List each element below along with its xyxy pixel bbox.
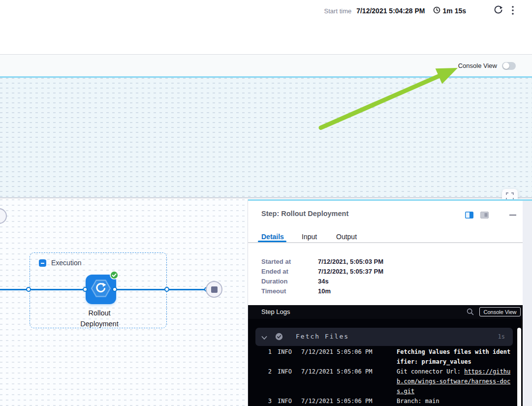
log-message: Fetching Values files with identifier: p… (397, 347, 512, 367)
log-group-name: Fetch Files (296, 333, 349, 340)
collapse-minus-icon (41, 263, 44, 264)
detail-label: Timeout (261, 287, 318, 295)
chevron-down-icon (261, 334, 267, 342)
log-line-3: 3 INFO 7/12/2021 5:05:06 PM Branch: main (266, 396, 512, 406)
panel-top-accent (248, 199, 532, 201)
success-check-icon (275, 333, 283, 342)
duration-clock: 1m 15s (433, 6, 466, 16)
step-logs-body: Fetch Files 1s 1 INFO 7/12/2021 5:05:06 … (248, 319, 532, 406)
log-line-number: 3 (266, 396, 272, 406)
log-message: Branch: main (397, 396, 512, 406)
logs-search-button[interactable] (467, 308, 474, 317)
start-time-label: Start time (324, 7, 352, 15)
panel-layout-controls (465, 212, 489, 220)
log-timestamp: 7/12/2021 5:05:06 PM (301, 367, 391, 396)
minimize-icon (509, 215, 516, 216)
stop-square-icon (211, 286, 218, 293)
connector-port (112, 287, 117, 292)
log-message: Git connector Url: https://github.com/wi… (397, 367, 512, 396)
log-group-fetch-files[interactable]: Fetch Files 1s (255, 328, 513, 346)
start-time-value: 7/12/2021 5:04:28 PM (356, 7, 425, 15)
view-toolbar: Console View (0, 54, 532, 76)
log-level: INFO (278, 396, 295, 406)
clock-icon (433, 6, 440, 16)
step-logs-header: Step Logs Console View (248, 305, 532, 319)
log-timestamp: 7/12/2021 5:05:06 PM (301, 396, 391, 406)
console-view-label: Console View (458, 62, 497, 69)
execution-meta: Start time 7/12/2021 5:04:28 PM 1m 15s (324, 5, 514, 17)
log-group-duration: 1s (498, 333, 505, 340)
split-view-icon (465, 212, 473, 220)
console-view-toggle[interactable] (502, 62, 516, 70)
refresh-button[interactable] (494, 5, 503, 16)
connector-port (83, 287, 88, 292)
detail-value: 10m (318, 287, 331, 295)
log-line-number: 1 (266, 347, 272, 367)
execution-graph-canvas[interactable]: Execution Rollout Deployment (0, 199, 248, 406)
collapse-execution-button[interactable] (39, 259, 46, 267)
step-details-list: Started at 7/12/2021, 5:05:03 PM Ended a… (261, 256, 383, 296)
step-details-panel: Step: Rollout Deployment Details Input O… (248, 199, 532, 406)
elapsed-time: 1m 15s (443, 7, 466, 15)
log-line-1: 1 INFO 7/12/2021 5:05:06 PM Fetching Val… (266, 347, 512, 367)
node-label: Rollout Deployment (60, 308, 139, 329)
log-line-number: 2 (266, 367, 272, 396)
previous-node-partial (0, 208, 7, 224)
log-line-2: 2 INFO 7/12/2021 5:05:06 PM Git connecto… (266, 367, 512, 396)
more-options-button[interactable] (512, 6, 514, 16)
log-level: INFO (278, 367, 295, 396)
tabs-divider (248, 242, 532, 243)
connector-port (164, 287, 169, 292)
step-panel-title: Step: Rollout Deployment (261, 210, 348, 218)
detail-label: Ended at (261, 268, 318, 275)
detail-label: Started at (261, 258, 318, 265)
rollout-step-icon (91, 278, 111, 301)
refresh-icon (494, 5, 503, 16)
log-timestamp: 7/12/2021 5:05:06 PM (301, 347, 391, 367)
minimize-panel-button[interactable] (509, 212, 517, 219)
logs-scrollbar[interactable] (517, 328, 521, 406)
detail-row-ended-at: Ended at 7/12/2021, 5:05:37 PM (261, 266, 383, 276)
node-label-line2: Deployment (60, 318, 139, 329)
detail-value: 7/12/2021, 5:05:37 PM (318, 268, 383, 275)
pipeline-end-node (206, 281, 222, 298)
logs-console-view-button[interactable]: Console View (479, 307, 521, 316)
execution-group-label: Execution (51, 259, 81, 267)
detail-value: 7/12/2021, 5:05:03 PM (318, 258, 383, 265)
pipeline-stages-canvas[interactable]: + − (0, 78, 532, 198)
log-level: INFO (278, 347, 295, 367)
tab-output[interactable]: Output (336, 233, 357, 241)
kebab-menu-icon (512, 6, 514, 16)
connector-port (26, 287, 31, 292)
toggle-knob (503, 62, 509, 69)
log-message-prefix: Git connector Url: (397, 368, 464, 375)
detail-row-timeout: Timeout 10m (261, 286, 383, 296)
detail-value: 34s (318, 278, 329, 285)
node-label-line1: Rollout (60, 308, 139, 318)
tab-input[interactable]: Input (302, 233, 317, 241)
panel-scroll-gutter[interactable] (523, 201, 532, 406)
split-view-button[interactable] (465, 212, 473, 220)
console-view-control: Console View (458, 55, 516, 77)
detail-row-started-at: Started at 7/12/2021, 5:05:03 PM (261, 256, 383, 266)
detail-label: Duration (261, 278, 318, 285)
panel-view-icon (480, 212, 489, 220)
tab-details[interactable]: Details (261, 233, 284, 241)
panel-view-button[interactable] (480, 212, 489, 220)
execution-header: Start time 7/12/2021 5:04:28 PM 1m 15s (0, 0, 532, 54)
detail-row-duration: Duration 34s (261, 276, 383, 286)
pipeline-execution-page: Start time 7/12/2021 5:04:28 PM 1m 15s (0, 0, 532, 406)
search-icon (467, 308, 474, 317)
success-badge-icon (110, 271, 119, 280)
log-lines: 1 INFO 7/12/2021 5:05:06 PM Fetching Val… (266, 347, 512, 406)
step-logs-title: Step Logs (261, 308, 290, 315)
